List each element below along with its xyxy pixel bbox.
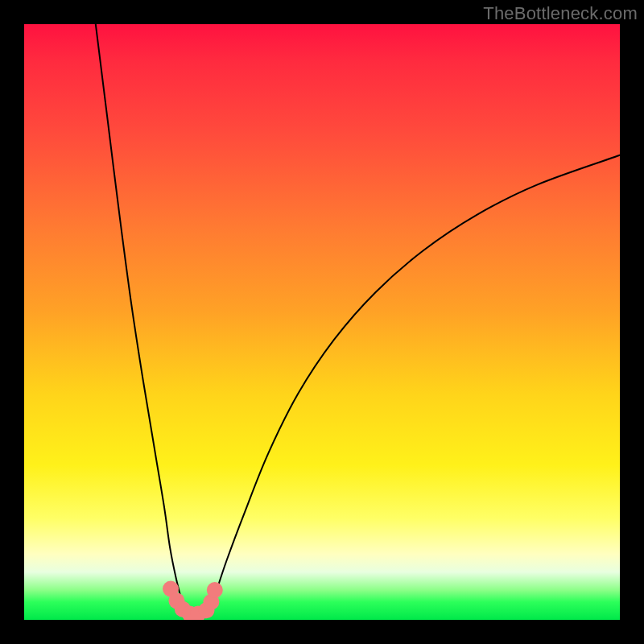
watermark-text: TheBottleneck.com [483, 3, 638, 24]
chart-frame: TheBottleneck.com [0, 0, 644, 644]
bead-point [207, 582, 223, 598]
plot-area [24, 24, 620, 620]
left-curve [96, 24, 185, 614]
curves-layer [24, 24, 620, 620]
bead-cluster [163, 581, 223, 620]
right-curve [208, 155, 620, 614]
